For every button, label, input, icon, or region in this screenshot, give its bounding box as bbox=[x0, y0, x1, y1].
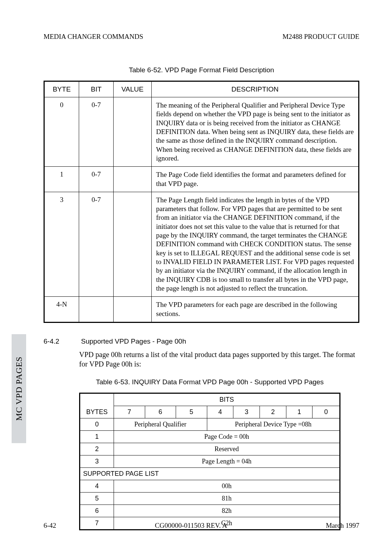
t2-bits-heading: BITS bbox=[114, 393, 340, 406]
t1-val bbox=[114, 97, 152, 167]
table-6-52: BYTE BIT VALUE DESCRIPTION 0 0-7 The mea… bbox=[44, 81, 359, 323]
t1-byte: 1 bbox=[44, 167, 79, 192]
t2-bytes-heading: BYTES bbox=[80, 393, 114, 418]
page-content: MEDIA CHANGER COMMANDS M2488 PRODUCT GUI… bbox=[44, 33, 359, 530]
t2-byte: 4 bbox=[80, 480, 114, 492]
t2-bitcol: 0 bbox=[313, 406, 340, 418]
table-row: 0 0-7 The meaning of the Peripheral Qual… bbox=[44, 97, 359, 167]
table-row: 3 Page Length = 04h bbox=[80, 455, 340, 467]
t1-byte: 3 bbox=[44, 192, 79, 296]
table-6-52-caption: Table 6-52. VPD Page Format Field Descri… bbox=[44, 66, 359, 74]
t2-listval: 00h bbox=[114, 480, 340, 492]
section-title: Supported VPD Pages - Page 00h bbox=[81, 337, 186, 345]
t1-desc: The Page Code field identifies the forma… bbox=[152, 167, 359, 192]
table-6-53-caption: Table 6-53. INQUIRY Data Format VPD Page… bbox=[79, 378, 340, 386]
t2-bitcol: 6 bbox=[145, 406, 176, 418]
table-row: 1 0-7 The Page Code field identifies the… bbox=[44, 167, 359, 192]
running-header: MEDIA CHANGER COMMANDS M2488 PRODUCT GUI… bbox=[44, 33, 359, 41]
footer-right: March 1997 bbox=[326, 522, 359, 530]
t1-byte: 4-N bbox=[44, 297, 79, 323]
table-6-53: BYTES BITS 7 6 5 4 3 2 1 0 0 Peripheral … bbox=[79, 393, 340, 530]
footer-left: 6-42 bbox=[44, 522, 56, 530]
section-heading: 6-4.2 Supported VPD Pages - Page 00h bbox=[44, 337, 359, 345]
t2-bitcol: 3 bbox=[233, 406, 260, 418]
t2-pagecode: Page Code = 00h bbox=[114, 430, 340, 443]
table-row: 2 Reserved bbox=[80, 443, 340, 455]
t1-col-byte: BYTE bbox=[44, 81, 79, 97]
section-body: VPD page 00h returns a list of the vital… bbox=[79, 350, 359, 369]
side-tab-label: MC VPD PAGES bbox=[14, 357, 24, 421]
side-tab: MC VPD PAGES bbox=[12, 334, 26, 443]
t2-bitcol: 2 bbox=[260, 406, 286, 418]
t2-byte: 5 bbox=[80, 492, 114, 505]
table-row: 1 Page Code = 00h bbox=[80, 430, 340, 443]
table-row: 5 81h bbox=[80, 492, 340, 505]
t1-bit: 0-7 bbox=[79, 97, 114, 167]
t2-supported-page-list: SUPPORTED PAGE LIST bbox=[80, 467, 340, 480]
t1-col-desc: DESCRIPTION bbox=[152, 81, 359, 97]
table-row: 3 0-7 The Page Length field indicates th… bbox=[44, 192, 359, 296]
table-row: 4 00h bbox=[80, 480, 340, 492]
t2-bitcol: 7 bbox=[114, 406, 145, 418]
t1-col-bit: BIT bbox=[79, 81, 114, 97]
t2-pdt: Peripheral Device Type =08h bbox=[207, 418, 340, 430]
t1-desc: The Page Length field indicates the leng… bbox=[152, 192, 359, 296]
t2-byte: 6 bbox=[80, 505, 114, 517]
t1-val bbox=[114, 192, 152, 296]
t1-bit bbox=[79, 297, 114, 323]
table-row: 4-N The VPD parameters for each page are… bbox=[44, 297, 359, 323]
t1-desc: The VPD parameters for each page are des… bbox=[152, 297, 359, 323]
header-left: MEDIA CHANGER COMMANDS bbox=[44, 33, 143, 41]
t1-val bbox=[114, 297, 152, 323]
t1-bit: 0-7 bbox=[79, 167, 114, 192]
t2-byte: 3 bbox=[80, 455, 114, 467]
section-number: 6-4.2 bbox=[44, 337, 79, 345]
footer-center: CG00000-011503 REV. A bbox=[155, 522, 227, 530]
t1-desc: The meaning of the Peripheral Qualifier … bbox=[152, 97, 359, 167]
t1-val bbox=[114, 167, 152, 192]
t2-byte: 1 bbox=[80, 430, 114, 443]
t1-byte: 0 bbox=[44, 97, 79, 167]
t2-byte: 0 bbox=[80, 418, 114, 430]
t2-listval: 82h bbox=[114, 505, 340, 517]
t2-reserved: Reserved bbox=[114, 443, 340, 455]
t2-pagelen: Page Length = 04h bbox=[114, 455, 340, 467]
table-row: 0 Peripheral Qualifier Peripheral Device… bbox=[80, 418, 340, 430]
header-right: M2488 PRODUCT GUIDE bbox=[282, 33, 359, 41]
t2-bitcol: 1 bbox=[286, 406, 313, 418]
t2-bitcol: 5 bbox=[176, 406, 207, 418]
table-row: SUPPORTED PAGE LIST bbox=[80, 467, 340, 480]
t1-bit: 0-7 bbox=[79, 192, 114, 296]
t2-byte: 2 bbox=[80, 443, 114, 455]
t2-bitcol: 4 bbox=[207, 406, 233, 418]
section-6-4-2: 6-4.2 Supported VPD Pages - Page 00h VPD… bbox=[44, 337, 359, 369]
t2-listval: 81h bbox=[114, 492, 340, 505]
page-footer: 6-42 CG00000-011503 REV. A March 1997 bbox=[44, 522, 359, 530]
t2-pq: Peripheral Qualifier bbox=[114, 418, 207, 430]
t1-col-val: VALUE bbox=[114, 81, 152, 97]
table-row: 6 82h bbox=[80, 505, 340, 517]
